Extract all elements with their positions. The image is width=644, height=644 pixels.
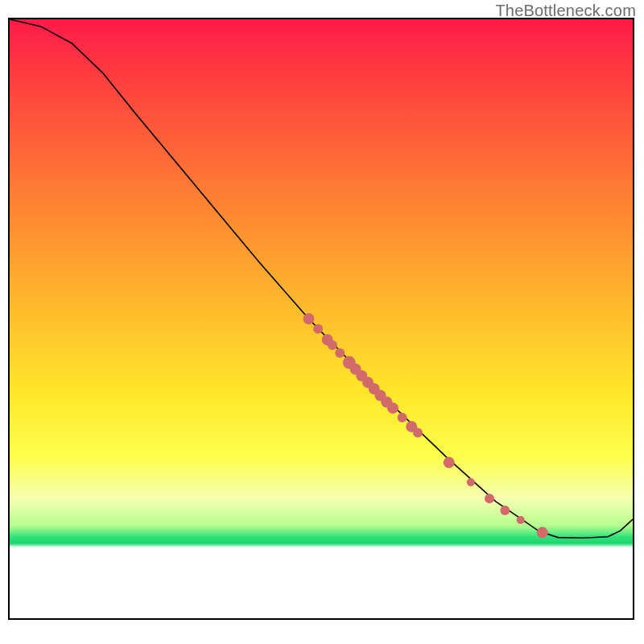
- data-point: [398, 413, 407, 423]
- data-point: [335, 348, 345, 357]
- data-point: [537, 527, 548, 539]
- data-point: [517, 516, 525, 524]
- data-point: [313, 324, 323, 334]
- data-point: [444, 457, 455, 469]
- data-point: [485, 493, 494, 503]
- data-point: [467, 478, 475, 486]
- data-point: [303, 313, 315, 324]
- data-point: [413, 427, 423, 437]
- curve-path: [10, 19, 633, 538]
- data-point: [328, 341, 337, 350]
- plot-area: [8, 18, 634, 620]
- chart-container: TheBottleneck.com: [0, 0, 644, 644]
- data-point: [500, 506, 510, 515]
- chart-svg: [10, 19, 633, 618]
- data-point: [387, 402, 398, 414]
- data-points: [303, 313, 548, 539]
